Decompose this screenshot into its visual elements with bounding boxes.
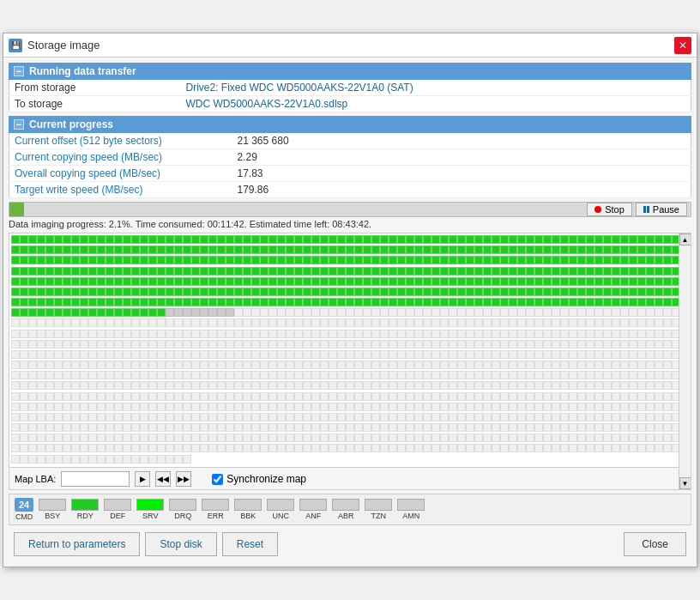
map-cell: [200, 361, 208, 369]
map-cell: [431, 444, 440, 452]
pause-button[interactable]: Pause: [636, 203, 687, 216]
map-cell: [311, 288, 320, 296]
map-cell: [440, 423, 449, 432]
map-cell: [414, 235, 423, 244]
map-cell: [217, 256, 226, 264]
sync-map-checkbox-container[interactable]: Synchronize map: [212, 473, 306, 485]
map-cell: [646, 340, 655, 348]
reset-button[interactable]: Reset: [222, 532, 278, 556]
map-cell: [346, 423, 354, 432]
map-cell: [140, 256, 148, 264]
map-cell: [45, 350, 54, 359]
map-cell: [431, 318, 440, 327]
window-close-button[interactable]: ✕: [674, 37, 691, 54]
map-cell: [526, 413, 534, 421]
map-cell: [88, 330, 97, 338]
map-cell: [586, 330, 594, 338]
map-cell: [97, 444, 106, 452]
map-cell: [646, 371, 655, 379]
close-button[interactable]: Close: [624, 532, 686, 556]
map-cell: [449, 277, 457, 286]
map-cell: [140, 381, 148, 390]
map-cell: [586, 256, 594, 264]
map-cell: [629, 392, 637, 401]
map-cell: [637, 267, 646, 276]
map-prev-button[interactable]: ◀◀: [155, 471, 171, 487]
map-cell: [140, 277, 148, 286]
map-cell: [474, 267, 483, 276]
copy-speed-label: Current copying speed (MB/sec): [9, 149, 232, 166]
map-cell: [389, 330, 397, 338]
map-cell: [629, 245, 637, 254]
map-cell: [234, 413, 243, 421]
map-cell: [534, 308, 543, 317]
map-cell: [260, 361, 269, 369]
map-cell: [414, 267, 423, 276]
map-cell: [63, 350, 71, 359]
map-cell: [354, 381, 363, 390]
map-cell: [603, 267, 612, 276]
map-cell: [114, 455, 123, 464]
map-cell: [620, 277, 629, 286]
map-cell: [397, 267, 406, 276]
map-cell: [140, 350, 148, 359]
map-cell: [106, 340, 114, 348]
scrollbar-down-button[interactable]: ▼: [679, 477, 691, 489]
map-cell: [208, 256, 217, 264]
map-cell: [140, 330, 148, 338]
map-cell: [131, 361, 140, 369]
map-cell: [131, 330, 140, 338]
map-cell: [397, 340, 406, 348]
map-cell: [346, 392, 354, 401]
stop-button[interactable]: Stop: [587, 203, 632, 216]
map-cell: [371, 361, 380, 369]
map-cell: [269, 381, 277, 390]
map-cell: [54, 318, 63, 327]
map-cell: [449, 298, 457, 306]
map-cell: [311, 308, 320, 317]
map-next-button[interactable]: ▶▶: [176, 471, 191, 487]
bbk-label: BBK: [240, 512, 256, 520]
map-cell: [406, 330, 414, 338]
map-cell: [517, 298, 526, 306]
map-cell: [637, 308, 646, 317]
map-lba-input[interactable]: [61, 471, 130, 487]
map-cell: [329, 413, 337, 421]
map-cell: [646, 330, 655, 338]
map-cell: [329, 392, 337, 401]
map-cell: [466, 340, 474, 348]
stop-disk-button[interactable]: Stop disk: [145, 532, 216, 556]
map-scrollbar[interactable]: ▲ ▼: [679, 233, 691, 489]
map-cell: [157, 371, 166, 379]
map-cell: [492, 245, 500, 254]
map-cell: [466, 433, 474, 442]
map-cell: [123, 235, 131, 244]
return-to-parameters-button[interactable]: Return to parameters: [14, 532, 140, 556]
map-cell: [123, 403, 131, 411]
map-container: ▲ ▼ Map LBA: ▶ ◀◀ ▶▶ Synchronize map: [9, 233, 691, 490]
map-cell: [594, 371, 603, 379]
map-cell: [269, 444, 277, 452]
map-cell: [363, 381, 371, 390]
map-cell: [63, 245, 71, 254]
map-cell: [166, 277, 174, 286]
collapse-progress-button[interactable]: −: [14, 119, 24, 130]
scrollbar-up-button[interactable]: ▲: [679, 233, 691, 245]
sync-map-checkbox[interactable]: [212, 474, 223, 485]
map-cell: [71, 381, 80, 390]
map-cell: [251, 277, 260, 286]
map-cell: [612, 298, 620, 306]
map-cell: [123, 330, 131, 338]
map-cell: [200, 256, 208, 264]
map-cell: [37, 235, 45, 244]
map-cell: [646, 444, 655, 452]
map-play-button[interactable]: ▶: [135, 471, 150, 487]
collapse-transfer-button[interactable]: −: [14, 66, 24, 76]
map-cell: [655, 318, 663, 327]
map-cell: [320, 256, 329, 264]
map-cell: [423, 423, 431, 432]
map-cell: [106, 361, 114, 369]
progress-bar-container: Stop Pause: [9, 202, 691, 217]
map-cell: [337, 350, 346, 359]
map-cell: [620, 298, 629, 306]
